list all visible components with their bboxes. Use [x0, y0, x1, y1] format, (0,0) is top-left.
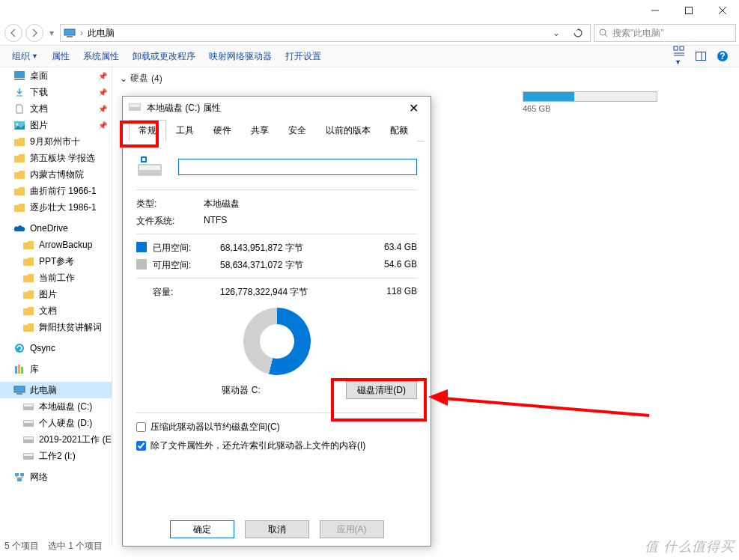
sidebar-item-folder[interactable]: 舞阳扶贫讲解词: [0, 319, 112, 335]
svg-rect-4: [64, 29, 75, 35]
dialog-tabs: 常规 工具 硬件 共享 安全 以前的版本 配额: [129, 119, 425, 141]
desktop-icon: [13, 70, 25, 82]
svg-rect-26: [16, 393, 22, 395]
uninstall-programs-button[interactable]: 卸载或更改程序: [127, 47, 201, 66]
minimize-button[interactable]: [638, 0, 672, 21]
type-value: 本地磁盘: [204, 198, 417, 210]
document-icon: [13, 103, 25, 115]
sidebar-item-drive[interactable]: 2019-2021工作 (E: [0, 431, 112, 448]
drive-icon: [22, 417, 34, 429]
library-icon: [13, 363, 25, 375]
sidebar-item-drive[interactable]: 个人硬盘 (D:): [0, 415, 112, 431]
back-button[interactable]: [4, 24, 22, 42]
svg-point-21: [15, 344, 24, 353]
sidebar-item-folder[interactable]: 逐步壮大 1986-1: [0, 199, 112, 216]
close-button[interactable]: [705, 0, 739, 21]
tab-general[interactable]: 常规: [129, 120, 166, 141]
capacity-bytes: 126,778,322,944 字节: [220, 286, 372, 299]
tab-hardware[interactable]: 硬件: [204, 120, 241, 141]
sidebar-item-folder[interactable]: 当前工作: [0, 270, 112, 286]
compress-checkbox[interactable]: [136, 422, 146, 432]
system-properties-button[interactable]: 系统属性: [77, 47, 125, 66]
drive-icon: [22, 450, 34, 462]
search-box[interactable]: 搜索"此电脑": [594, 24, 736, 42]
sidebar-item-pictures[interactable]: 图片📌: [0, 117, 112, 133]
organize-menu[interactable]: 组织▼: [6, 47, 44, 66]
folder-icon: [13, 168, 25, 180]
search-icon: [599, 28, 608, 37]
open-settings-button[interactable]: 打开设置: [279, 47, 327, 66]
address-text: 此电脑: [88, 27, 115, 40]
tab-quota[interactable]: 配额: [380, 120, 418, 141]
sidebar-item-network[interactable]: 网络: [0, 469, 112, 485]
tab-previous-versions[interactable]: 以前的版本: [316, 120, 380, 141]
sidebar-item-drive[interactable]: 本地磁盘 (C:): [0, 398, 112, 415]
picture-icon: [13, 119, 25, 131]
filesystem-label: 文件系统:: [136, 215, 204, 228]
disk-cleanup-button[interactable]: 磁盘清理(D): [346, 381, 417, 399]
index-label: 除了文件属性外，还允许索引此驱动器上文件的内容(I): [150, 439, 365, 452]
folder-icon: [22, 288, 34, 300]
sidebar-item-folder[interactable]: 曲折前行 1966-1: [0, 183, 112, 199]
dialog-close-button[interactable]: ✕: [403, 100, 425, 117]
sidebar-item-folder[interactable]: 9月郑州市十: [0, 133, 112, 150]
properties-button[interactable]: 属性: [46, 47, 76, 66]
index-checkbox[interactable]: [136, 441, 146, 451]
apply-button[interactable]: 应用(A): [320, 520, 384, 538]
dialog-titlebar: 本地磁盘 (C:) 属性 ✕: [123, 97, 431, 119]
address-bar-row: ▾ › 此电脑 ⌄ 搜索"此电脑": [0, 21, 739, 45]
forward-button[interactable]: [25, 24, 43, 42]
help-button[interactable]: ?: [712, 47, 733, 65]
sidebar-item-qsync[interactable]: Qsync: [0, 340, 112, 356]
section-title: 硬盘: [130, 72, 148, 85]
svg-rect-25: [14, 386, 25, 392]
used-bytes: 68,143,951,872 字节: [220, 242, 372, 255]
svg-rect-46: [142, 158, 145, 161]
sidebar-item-folder[interactable]: 第五板块 学报选: [0, 150, 112, 166]
chevron-down-icon: ⌄: [120, 73, 127, 84]
sidebar-item-folder[interactable]: PPT参考: [0, 253, 112, 270]
address-dropdown-button[interactable]: ⌄: [548, 28, 565, 38]
recent-locations-button[interactable]: ▾: [46, 28, 57, 38]
sidebar-item-folder[interactable]: ArrowBackup: [0, 237, 112, 253]
sidebar-item-libraries[interactable]: 库: [0, 361, 112, 377]
qsync-icon: [13, 342, 25, 354]
dialog-body: 类型:本地磁盘 文件系统:NTFS 已用空间:68,143,951,872 字节…: [123, 141, 431, 470]
svg-rect-8: [674, 46, 678, 50]
svg-rect-35: [15, 473, 19, 476]
preview-pane-button[interactable]: [691, 49, 711, 64]
navigation-pane: 桌面📌 下载📌 文档📌 图片📌 9月郑州市十 第五板块 学报选 内蒙古博物院 曲…: [0, 67, 112, 547]
map-network-drive-button[interactable]: 映射网络驱动器: [203, 47, 278, 66]
sidebar-item-folder[interactable]: 内蒙古博物院: [0, 166, 112, 183]
svg-rect-1: [685, 7, 692, 14]
sidebar-item-downloads[interactable]: 下载📌: [0, 84, 112, 100]
section-header-drives[interactable]: ⌄ 硬盘 (4): [120, 72, 732, 85]
maximize-button[interactable]: [672, 0, 705, 21]
filesystem-value: NTFS: [204, 215, 417, 228]
cancel-button[interactable]: 取消: [245, 520, 309, 538]
tab-sharing[interactable]: 共享: [241, 120, 279, 141]
folder-icon: [22, 272, 34, 284]
sidebar-item-folder[interactable]: 文档: [0, 302, 112, 319]
svg-rect-44: [139, 165, 160, 170]
used-color-swatch: [136, 242, 147, 252]
svg-rect-42: [130, 104, 140, 107]
svg-rect-28: [24, 404, 33, 407]
address-bar[interactable]: › 此电脑 ⌄: [60, 24, 591, 42]
tab-tools[interactable]: 工具: [166, 120, 204, 141]
sidebar-item-this-pc[interactable]: 此电脑: [0, 382, 112, 398]
view-options-button[interactable]: ▼: [669, 43, 690, 70]
ok-button[interactable]: 确定: [170, 520, 234, 538]
sidebar-item-desktop[interactable]: 桌面📌: [0, 67, 112, 84]
svg-rect-23: [18, 365, 20, 374]
sidebar-item-documents[interactable]: 文档📌: [0, 100, 112, 117]
sidebar-item-drive[interactable]: 工作2 (I:): [0, 448, 112, 464]
sidebar-item-onedrive[interactable]: OneDrive: [0, 220, 112, 237]
refresh-button[interactable]: [569, 28, 587, 37]
sidebar-item-folder[interactable]: 图片: [0, 286, 112, 302]
drive-item-partial[interactable]: 465 GB: [523, 89, 717, 113]
drive-name-input[interactable]: [178, 159, 417, 175]
svg-rect-5: [67, 36, 73, 37]
tab-security[interactable]: 安全: [279, 120, 316, 141]
folder-icon: [22, 321, 34, 333]
